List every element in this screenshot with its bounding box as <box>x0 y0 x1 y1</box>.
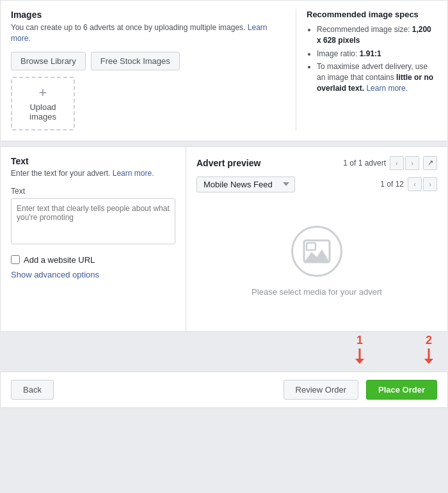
image-buttons-row: Browse Library Free Stock Images <box>11 52 285 70</box>
specs-learn-more[interactable]: Learn more. <box>366 84 408 93</box>
content-row: Text Enter the text for your advert. Lea… <box>0 146 448 332</box>
specs-list: Recommended image size: 1,200 x 628 pixe… <box>307 24 437 94</box>
feed-select[interactable]: Mobile News Feed Desktop News Feed <box>196 176 295 192</box>
upload-images-button[interactable]: + Upload images <box>11 77 75 130</box>
advert-count: 1 of 1 advert <box>343 159 386 168</box>
website-url-row: Add a website URL <box>11 255 175 265</box>
text-input[interactable] <box>11 198 175 244</box>
bottom-bar: Back Review Order Place Order <box>0 372 448 408</box>
plus-icon: + <box>39 86 47 100</box>
free-stock-images-button[interactable]: Free Stock Images <box>91 52 180 70</box>
svg-marker-2 <box>304 249 330 262</box>
browse-library-button[interactable]: Browse Library <box>11 52 86 70</box>
images-title: Images <box>11 10 285 20</box>
arrow-down-2-icon <box>420 347 438 365</box>
preview-sub-header: Mobile News Feed Desktop News Feed 1 of … <box>196 176 437 192</box>
text-learn-more[interactable]: Learn more. <box>113 169 154 178</box>
images-description: You can create up to 6 adverts at once b… <box>11 22 285 44</box>
text-section-title: Text <box>11 156 175 166</box>
placeholder-text: Please select media for your advert <box>252 287 382 297</box>
main-container: Images You can create up to 6 adverts at… <box>0 0 448 408</box>
external-link-icon[interactable]: ↗ <box>423 156 437 170</box>
arrows-annotation-row: 1 2 <box>0 332 448 366</box>
page-count: 1 of 12 <box>380 180 404 189</box>
preview-title: Advert preview <box>196 158 260 168</box>
preview-section: Advert preview 1 of 1 advert ‹ › ↗ Mobil… <box>186 146 448 332</box>
annotation-number-1: 1 <box>356 334 363 346</box>
prev-page-button[interactable]: ‹ <box>408 177 422 191</box>
show-advanced-options-link[interactable]: Show advanced options <box>11 270 99 279</box>
svg-marker-4 <box>355 359 364 364</box>
spec-item-3: To maximise advert delivery, use an imag… <box>317 61 437 93</box>
recommended-specs: Recommended image specs Recommended imag… <box>296 10 437 130</box>
text-section-desc: Enter the text for your advert. Learn mo… <box>11 169 175 178</box>
arrow-down-1-icon <box>351 347 369 365</box>
annotation-group-2: 2 <box>420 334 438 365</box>
website-url-checkbox[interactable] <box>11 255 20 264</box>
annotation-group-1: 1 <box>351 334 369 365</box>
website-url-label: Add a website URL <box>24 255 95 265</box>
bottom-right-buttons: Review Order Place Order <box>284 380 437 400</box>
prev-advert-button[interactable]: ‹ <box>390 156 404 170</box>
preview-placeholder: Please select media for your advert <box>196 200 437 322</box>
text-field-label: Text <box>11 187 175 196</box>
advert-nav-arrows: ‹ › <box>390 156 419 170</box>
review-order-button[interactable]: Review Order <box>284 380 358 400</box>
preview-header: Advert preview 1 of 1 advert ‹ › ↗ <box>196 156 437 170</box>
back-button[interactable]: Back <box>11 380 54 400</box>
spec-item-2: Image ratio: 1.91:1 <box>317 49 437 59</box>
images-left: Images You can create up to 6 adverts at… <box>11 10 296 130</box>
media-placeholder-icon <box>291 226 342 277</box>
next-advert-button[interactable]: › <box>405 156 419 170</box>
svg-rect-1 <box>307 243 316 250</box>
text-section: Text Enter the text for your advert. Lea… <box>0 146 186 332</box>
svg-marker-6 <box>424 359 433 364</box>
images-section: Images You can create up to 6 adverts at… <box>0 0 448 141</box>
spec-item-1: Recommended image size: 1,200 x 628 pixe… <box>317 24 437 46</box>
rec-specs-title: Recommended image specs <box>307 10 437 19</box>
page-nav: 1 of 12 ‹ › <box>380 177 437 191</box>
next-page-button[interactable]: › <box>423 177 437 191</box>
preview-nav: 1 of 1 advert ‹ › ↗ <box>343 156 437 170</box>
page-nav-arrows: ‹ › <box>408 177 437 191</box>
place-order-button[interactable]: Place Order <box>366 380 437 400</box>
annotation-number-2: 2 <box>426 334 432 346</box>
